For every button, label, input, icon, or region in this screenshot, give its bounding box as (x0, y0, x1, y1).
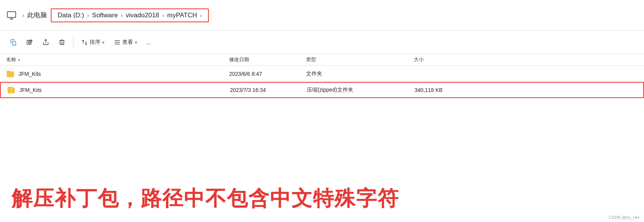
file-size-1: 340,118 KB (414, 87, 491, 93)
file-list-rows: JFM_Kits 2023/6/6 8:47 文件夹 JFM_Kits 2 (0, 66, 644, 98)
delete-icon (58, 39, 65, 46)
header-type[interactable]: 类型 (306, 56, 414, 63)
copy-button[interactable] (6, 37, 21, 48)
folder-icon (6, 69, 15, 78)
breadcrumb-mypatch[interactable]: myPATCH (166, 12, 199, 19)
svg-rect-0 (7, 12, 16, 17)
watermark: CSDN @try_HH (609, 215, 639, 220)
view-chevron-icon: ∨ (135, 40, 137, 44)
svg-rect-12 (11, 92, 12, 92)
view-button[interactable]: 查看 ∨ (110, 37, 141, 48)
chevron-icon-1: › (87, 12, 89, 18)
file-type-0: 文件夹 (306, 70, 414, 77)
header-name[interactable]: 名称 ∧ (6, 56, 229, 63)
delete-button[interactable] (55, 37, 69, 48)
table-row[interactable]: JFM_Kits 2023/6/6 8:47 文件夹 (0, 66, 644, 82)
header-size[interactable]: 大小 (414, 56, 491, 63)
file-list-header: 名称 ∧ 修改日期 类型 大小 (0, 54, 644, 66)
zip-folder-icon (7, 85, 16, 95)
breadcrumb-bar: › 此电脑 Data (D:) › Software › vivado2018 … (0, 0, 644, 31)
annotation-text: 解压补丁包，路径中不包含中文特殊字符 (12, 185, 399, 213)
toolbar: 排序 ∨ 查看 ∨ ... (0, 31, 644, 54)
breadcrumb-vivado2018[interactable]: vivado2018 (124, 12, 161, 19)
name-sort-arrow: ∧ (18, 58, 20, 62)
svg-rect-9 (11, 87, 12, 88)
file-modified-0: 2023/6/6 8:47 (229, 71, 306, 77)
breadcrumb-path-outlined: Data (D:) › Software › vivado2018 › myPA… (51, 8, 209, 22)
svg-rect-3 (13, 41, 16, 45)
file-name-cell-0: JFM_Kits (6, 69, 229, 78)
toolbar-divider-1 (73, 37, 73, 48)
chevron-icon-0: › (22, 12, 24, 18)
more-button[interactable]: ... (143, 37, 155, 48)
chevron-icon-4: › (200, 12, 202, 18)
chevron-icon-2: › (121, 12, 123, 18)
breadcrumb-this-pc[interactable]: 此电脑 (26, 11, 48, 20)
share-icon (42, 39, 49, 46)
monitor-icon (6, 10, 17, 21)
table-row[interactable]: JFM_Kits 2023/7/3 16:34 压缩(zipped)文件夹 34… (0, 82, 644, 98)
rename-icon (26, 39, 33, 46)
file-list-container: 名称 ∧ 修改日期 类型 大小 JFM_Kits 2023/6/6 8:47 文… (0, 54, 644, 98)
rename-button[interactable] (22, 37, 37, 48)
svg-rect-10 (11, 88, 12, 89)
file-type-1: 压缩(zipped)文件夹 (307, 87, 414, 93)
sort-icon (81, 39, 88, 46)
view-label: 查看 (122, 39, 133, 46)
breadcrumb-data-d[interactable]: Data (D:) (56, 12, 86, 19)
breadcrumb-software[interactable]: Software (90, 12, 119, 19)
chevron-icon-3: › (162, 12, 164, 18)
sort-label: 排序 (90, 39, 100, 46)
svg-rect-11 (11, 90, 12, 91)
sort-button[interactable]: 排序 ∨ (77, 37, 108, 48)
file-modified-1: 2023/7/3 16:34 (230, 87, 307, 93)
sort-chevron-icon: ∨ (102, 40, 105, 44)
header-modified[interactable]: 修改日期 (229, 56, 306, 63)
copy-icon (10, 39, 17, 46)
view-icon (114, 39, 121, 46)
share-button[interactable] (38, 37, 53, 48)
more-label: ... (146, 39, 151, 45)
file-name-cell-1: JFM_Kits (7, 85, 230, 95)
